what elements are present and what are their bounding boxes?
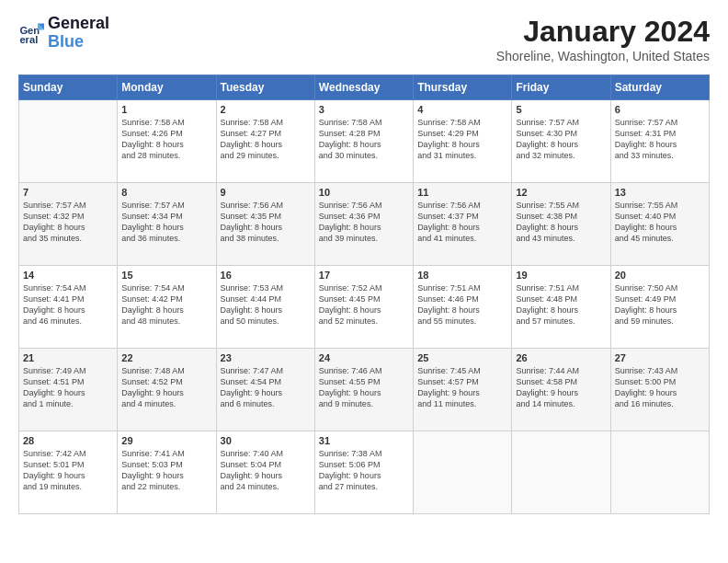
day-cell xyxy=(512,431,610,514)
day-number: 7 xyxy=(23,187,113,198)
day-number: 14 xyxy=(23,270,113,281)
day-number: 20 xyxy=(615,270,705,281)
day-number: 5 xyxy=(516,104,606,115)
day-number: 8 xyxy=(121,187,211,198)
day-content: Sunrise: 7:53 AM Sunset: 4:44 PM Dayligh… xyxy=(221,282,311,327)
header-cell-friday: Friday xyxy=(512,75,610,100)
day-content: Sunrise: 7:50 AM Sunset: 4:49 PM Dayligh… xyxy=(615,282,705,327)
logo-line1: General xyxy=(48,15,109,33)
day-content: Sunrise: 7:45 AM Sunset: 4:57 PM Dayligh… xyxy=(417,365,507,410)
day-number: 28 xyxy=(23,435,113,446)
day-cell: 25Sunrise: 7:45 AM Sunset: 4:57 PM Dayli… xyxy=(414,349,512,431)
calendar-table: SundayMondayTuesdayWednesdayThursdayFrid… xyxy=(18,75,710,514)
day-cell: 5Sunrise: 7:57 AM Sunset: 4:30 PM Daylig… xyxy=(512,100,610,183)
day-content: Sunrise: 7:58 AM Sunset: 4:29 PM Dayligh… xyxy=(417,117,507,162)
day-number: 24 xyxy=(319,352,409,363)
day-cell: 15Sunrise: 7:54 AM Sunset: 4:42 PM Dayli… xyxy=(118,266,216,349)
day-content: Sunrise: 7:40 AM Sunset: 5:04 PM Dayligh… xyxy=(221,448,311,493)
day-content: Sunrise: 7:38 AM Sunset: 5:06 PM Dayligh… xyxy=(319,448,409,493)
day-number: 25 xyxy=(417,352,507,363)
week-row-1: 1Sunrise: 7:58 AM Sunset: 4:26 PM Daylig… xyxy=(19,100,710,183)
day-number: 18 xyxy=(417,270,507,281)
header-cell-saturday: Saturday xyxy=(610,75,709,100)
day-cell xyxy=(610,431,709,514)
calendar-header: SundayMondayTuesdayWednesdayThursdayFrid… xyxy=(19,75,710,100)
header-cell-monday: Monday xyxy=(118,75,216,100)
day-cell xyxy=(19,100,118,183)
day-cell: 9Sunrise: 7:56 AM Sunset: 4:35 PM Daylig… xyxy=(216,183,314,266)
day-cell: 31Sunrise: 7:38 AM Sunset: 5:06 PM Dayli… xyxy=(314,431,413,514)
day-content: Sunrise: 7:58 AM Sunset: 4:26 PM Dayligh… xyxy=(121,117,211,162)
day-cell: 27Sunrise: 7:43 AM Sunset: 5:00 PM Dayli… xyxy=(610,349,709,431)
day-cell: 17Sunrise: 7:52 AM Sunset: 4:45 PM Dayli… xyxy=(314,266,413,349)
day-number: 22 xyxy=(121,352,211,363)
day-content: Sunrise: 7:55 AM Sunset: 4:40 PM Dayligh… xyxy=(615,200,705,245)
day-number: 26 xyxy=(516,352,606,363)
logo-text: General Blue xyxy=(48,15,109,52)
day-cell: 10Sunrise: 7:56 AM Sunset: 4:36 PM Dayli… xyxy=(314,183,413,266)
calendar-body: 1Sunrise: 7:58 AM Sunset: 4:26 PM Daylig… xyxy=(19,100,710,514)
header-cell-wednesday: Wednesday xyxy=(314,75,413,100)
day-number: 30 xyxy=(221,435,311,446)
week-row-4: 21Sunrise: 7:49 AM Sunset: 4:51 PM Dayli… xyxy=(19,349,710,431)
week-row-3: 14Sunrise: 7:54 AM Sunset: 4:41 PM Dayli… xyxy=(19,266,710,349)
day-number: 12 xyxy=(516,187,606,198)
day-number: 2 xyxy=(221,104,311,115)
day-content: Sunrise: 7:41 AM Sunset: 5:03 PM Dayligh… xyxy=(121,448,211,493)
day-number: 19 xyxy=(516,270,606,281)
header-cell-tuesday: Tuesday xyxy=(216,75,314,100)
day-content: Sunrise: 7:46 AM Sunset: 4:55 PM Dayligh… xyxy=(319,365,409,410)
day-number: 21 xyxy=(23,352,113,363)
day-number: 1 xyxy=(121,104,211,115)
day-content: Sunrise: 7:57 AM Sunset: 4:30 PM Dayligh… xyxy=(516,117,606,162)
day-cell: 30Sunrise: 7:40 AM Sunset: 5:04 PM Dayli… xyxy=(216,431,314,514)
day-content: Sunrise: 7:54 AM Sunset: 4:41 PM Dayligh… xyxy=(23,282,113,327)
day-number: 27 xyxy=(615,352,705,363)
day-content: Sunrise: 7:44 AM Sunset: 4:58 PM Dayligh… xyxy=(516,365,606,410)
day-cell: 2Sunrise: 7:58 AM Sunset: 4:27 PM Daylig… xyxy=(216,100,314,183)
day-cell: 1Sunrise: 7:58 AM Sunset: 4:26 PM Daylig… xyxy=(118,100,216,183)
day-cell: 11Sunrise: 7:56 AM Sunset: 4:37 PM Dayli… xyxy=(414,183,512,266)
day-number: 17 xyxy=(319,270,409,281)
day-number: 31 xyxy=(319,435,409,446)
svg-text:eral: eral xyxy=(19,34,38,45)
day-cell: 3Sunrise: 7:58 AM Sunset: 4:28 PM Daylig… xyxy=(314,100,413,183)
day-cell: 29Sunrise: 7:41 AM Sunset: 5:03 PM Dayli… xyxy=(118,431,216,514)
day-cell: 12Sunrise: 7:55 AM Sunset: 4:38 PM Dayli… xyxy=(512,183,610,266)
day-number: 9 xyxy=(221,187,311,198)
day-content: Sunrise: 7:58 AM Sunset: 4:27 PM Dayligh… xyxy=(221,117,311,162)
logo-icon: Gen eral xyxy=(18,20,44,46)
day-content: Sunrise: 7:54 AM Sunset: 4:42 PM Dayligh… xyxy=(121,282,211,327)
day-cell: 20Sunrise: 7:50 AM Sunset: 4:49 PM Dayli… xyxy=(610,266,709,349)
day-cell: 13Sunrise: 7:55 AM Sunset: 4:40 PM Dayli… xyxy=(610,183,709,266)
day-cell xyxy=(414,431,512,514)
day-cell: 7Sunrise: 7:57 AM Sunset: 4:32 PM Daylig… xyxy=(19,183,118,266)
day-cell: 16Sunrise: 7:53 AM Sunset: 4:44 PM Dayli… xyxy=(216,266,314,349)
day-cell: 14Sunrise: 7:54 AM Sunset: 4:41 PM Dayli… xyxy=(19,266,118,349)
day-content: Sunrise: 7:52 AM Sunset: 4:45 PM Dayligh… xyxy=(319,282,409,327)
day-content: Sunrise: 7:49 AM Sunset: 4:51 PM Dayligh… xyxy=(23,365,113,410)
day-content: Sunrise: 7:42 AM Sunset: 5:01 PM Dayligh… xyxy=(23,448,113,493)
day-content: Sunrise: 7:57 AM Sunset: 4:31 PM Dayligh… xyxy=(615,117,705,162)
title-block: January 2024 Shoreline, Washington, Unit… xyxy=(496,15,710,63)
day-content: Sunrise: 7:48 AM Sunset: 4:52 PM Dayligh… xyxy=(121,365,211,410)
day-content: Sunrise: 7:57 AM Sunset: 4:34 PM Dayligh… xyxy=(121,200,211,245)
day-cell: 23Sunrise: 7:47 AM Sunset: 4:54 PM Dayli… xyxy=(216,349,314,431)
day-content: Sunrise: 7:51 AM Sunset: 4:46 PM Dayligh… xyxy=(417,282,507,327)
day-number: 3 xyxy=(319,104,409,115)
day-content: Sunrise: 7:55 AM Sunset: 4:38 PM Dayligh… xyxy=(516,200,606,245)
day-number: 13 xyxy=(615,187,705,198)
day-content: Sunrise: 7:56 AM Sunset: 4:35 PM Dayligh… xyxy=(221,200,311,245)
day-number: 6 xyxy=(615,104,705,115)
day-cell: 6Sunrise: 7:57 AM Sunset: 4:31 PM Daylig… xyxy=(610,100,709,183)
day-cell: 19Sunrise: 7:51 AM Sunset: 4:48 PM Dayli… xyxy=(512,266,610,349)
day-content: Sunrise: 7:58 AM Sunset: 4:28 PM Dayligh… xyxy=(319,117,409,162)
day-content: Sunrise: 7:56 AM Sunset: 4:37 PM Dayligh… xyxy=(417,200,507,245)
day-number: 23 xyxy=(221,352,311,363)
day-number: 29 xyxy=(121,435,211,446)
day-cell: 21Sunrise: 7:49 AM Sunset: 4:51 PM Dayli… xyxy=(19,349,118,431)
day-cell: 8Sunrise: 7:57 AM Sunset: 4:34 PM Daylig… xyxy=(118,183,216,266)
day-number: 16 xyxy=(221,270,311,281)
day-number: 15 xyxy=(121,270,211,281)
day-content: Sunrise: 7:47 AM Sunset: 4:54 PM Dayligh… xyxy=(221,365,311,410)
